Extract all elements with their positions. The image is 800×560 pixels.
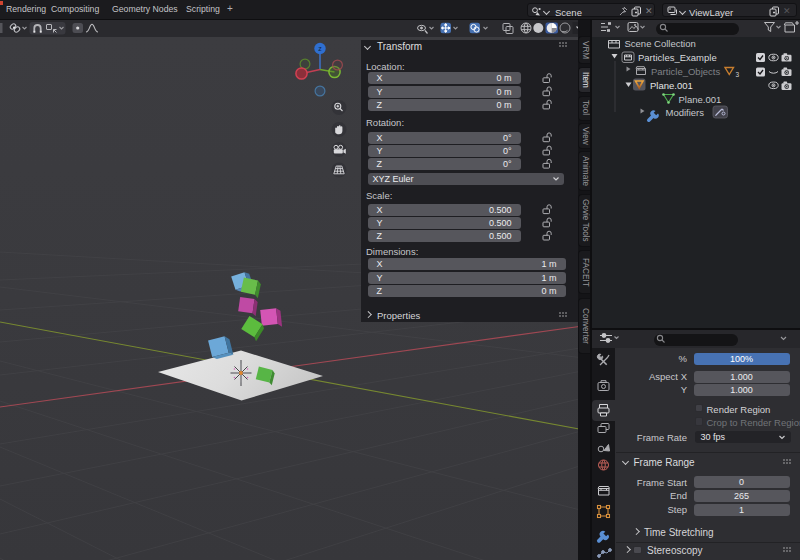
svg-text:z: z bbox=[318, 45, 322, 52]
svg-text:3: 3 bbox=[736, 71, 740, 78]
